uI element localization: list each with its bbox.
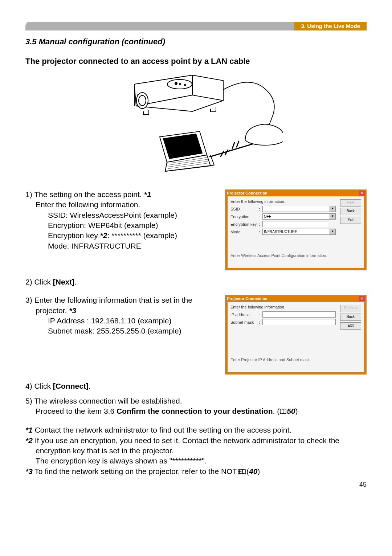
- step5-ref: 50: [287, 407, 295, 415]
- back-button[interactable]: Back: [340, 314, 361, 321]
- step1-key-a: Encryption key: [48, 231, 100, 240]
- dialog-ip-config: Projector Connection × Enter the followi…: [225, 295, 367, 375]
- step-5-text: 5) The wireless connection will be estab…: [25, 396, 367, 417]
- mode-label: Mode: [230, 230, 259, 234]
- step3-line: 3) Enter the following information that …: [25, 296, 192, 314]
- subsection-heading: The projector connected to an access poi…: [25, 57, 367, 66]
- step4-b: [Connect]: [53, 382, 89, 390]
- step-1-text: 1) The setting on the access point. *1 E…: [25, 189, 218, 251]
- connection-diagram: [25, 73, 367, 179]
- step1-line2: Enter the following information.: [25, 200, 218, 210]
- step-3-text: 3) Enter the following information that …: [25, 295, 218, 336]
- exit-button[interactable]: Exit: [340, 322, 361, 330]
- header-section-label: 3. Using the Live Mode: [294, 22, 367, 30]
- fn1-label: *1: [25, 426, 33, 434]
- step1-key-b: : ********** (example): [107, 231, 177, 240]
- step5-line2b: Confirm the connection to your destinati…: [117, 407, 273, 415]
- fn3-ref: 40: [249, 467, 257, 475]
- dialog2-instruction: Enter the following information.: [230, 305, 338, 309]
- step5-line2a: Proceed to the item 3.6: [36, 407, 117, 415]
- fn2-text1: If you use an encryption, you need to se…: [33, 436, 339, 455]
- step-4-text: 4) Click [Connect].: [25, 381, 367, 391]
- svg-line-9: [210, 144, 252, 157]
- footnote-ref-1: *1: [144, 190, 151, 199]
- mode-dropdown-icon[interactable]: ▾: [330, 229, 336, 235]
- manual-ref-icon: [279, 407, 287, 417]
- step1-encr: Encryption: WEP64bit (example): [25, 220, 218, 230]
- dialog2-status: Enter Projector IP Address and Subnet ma…: [230, 355, 361, 371]
- footnote-ref-3: *3: [69, 306, 76, 315]
- page-number: 45: [25, 481, 367, 488]
- step3-ip: IP Address : 192.168.1.10 (example): [25, 316, 218, 326]
- dialog1-status: Enter Wireless Access Point Configuratio…: [230, 251, 361, 266]
- fn3-text: To find the network setting on the proje…: [33, 467, 249, 475]
- subnet-mask-label: Subnet mask: [230, 320, 259, 324]
- svg-point-5: [175, 82, 177, 85]
- step3-mask: Subnet mask: 255.255.255.0 (example): [25, 326, 218, 336]
- step5-line1: 5) The wireless connection will be estab…: [25, 396, 367, 406]
- step5-line2d: ): [295, 407, 298, 415]
- step2-b: [Next]: [53, 278, 75, 286]
- diagram-svg: [109, 73, 283, 179]
- ip-address-input[interactable]: [262, 311, 336, 318]
- step4-a: 4) Click: [25, 382, 53, 390]
- close-icon[interactable]: ×: [359, 191, 365, 196]
- step1-ssid: SSID: WirelessAccessPoint (example): [25, 210, 218, 220]
- mode-select[interactable]: INFRASTRUCTURE: [262, 229, 330, 235]
- footnote-1: *1 Contact the network administrator to …: [25, 425, 367, 435]
- step2-c: .: [74, 278, 77, 286]
- fn1-text: Contact the network administrator to fin…: [33, 426, 291, 434]
- section-title: 3.5 Manual configuration (continued): [25, 37, 367, 46]
- footnote-3: *3 To find the network setting on the pr…: [25, 466, 367, 477]
- dialog-wireless-config: Projector Connection × Enter the followi…: [225, 189, 367, 270]
- step-2-text: 2) Click [Next].: [25, 277, 367, 287]
- svg-point-1: [139, 95, 146, 106]
- step5-line2c: . (: [273, 407, 279, 415]
- fn3-label: *3: [25, 467, 33, 475]
- step4-c: .: [89, 382, 91, 390]
- ssid-label: SSID: [230, 207, 259, 211]
- subnet-mask-input[interactable]: [262, 319, 336, 325]
- footnote-ref-2: *2: [100, 231, 107, 240]
- encryption-select[interactable]: OFF: [262, 213, 330, 220]
- connect-button[interactable]: Connect: [340, 305, 361, 312]
- close-icon[interactable]: ×: [359, 296, 365, 301]
- fn3-tail: ): [257, 467, 260, 475]
- ssid-dropdown-icon[interactable]: ▾: [330, 206, 336, 212]
- encryption-dropdown-icon[interactable]: ▾: [330, 213, 336, 220]
- encryption-key-input[interactable]: [262, 221, 328, 227]
- ip-address-label: IP address: [230, 312, 259, 317]
- ssid-input[interactable]: [262, 206, 330, 212]
- next-button[interactable]: Next: [340, 199, 361, 207]
- exit-button[interactable]: Exit: [340, 217, 361, 224]
- page-header-bar: 3. Using the Live Mode: [25, 22, 367, 30]
- step2-a: 2) Click: [25, 278, 53, 286]
- step1-line: 1) The setting on the access point.: [25, 190, 144, 199]
- dialog1-instruction: Enter the following information.: [230, 199, 338, 204]
- step1-mode: Mode: INFRASTRUCTURE: [25, 241, 218, 251]
- fn2-text2: The encryption key is always shown as "*…: [25, 456, 367, 466]
- encryption-key-label: Encryption key: [230, 222, 259, 226]
- footnote-2: *2 If you use an encryption, you need to…: [25, 436, 367, 466]
- fn2-label: *2: [25, 436, 33, 445]
- dialog2-title: Projector Connection: [227, 297, 268, 301]
- dialog1-title: Projector Connection: [227, 191, 268, 195]
- encryption-label: Encryption: [230, 214, 259, 219]
- back-button[interactable]: Back: [340, 208, 361, 215]
